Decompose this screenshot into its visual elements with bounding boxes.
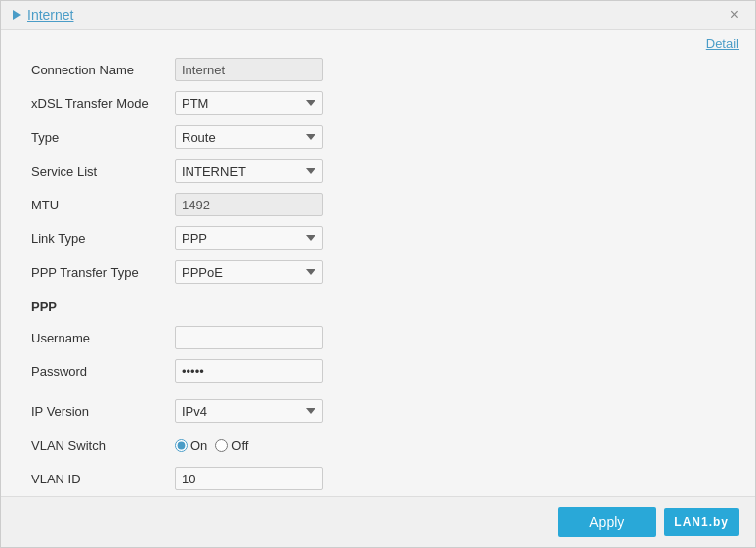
ppp-transfer-type-select[interactable]: PPPoE PPPoA — [175, 260, 323, 284]
xdsl-mode-label: xDSL Transfer Mode — [31, 96, 175, 111]
password-label: Password — [31, 364, 175, 379]
vlan-switch-off-radio[interactable] — [215, 439, 228, 452]
ip-version-select[interactable]: IPv4 IPv6 IPv4/IPv6 — [175, 399, 323, 423]
detail-link-row: Detail — [1, 30, 755, 53]
connection-name-input[interactable] — [175, 58, 323, 81]
ppp-transfer-type-row: PPP Transfer Type PPPoE PPPoA — [31, 259, 725, 285]
vlan-switch-off-label[interactable]: Off — [215, 438, 248, 453]
service-list-label: Service List — [31, 164, 175, 179]
vlan-id-input[interactable] — [175, 467, 323, 490]
password-input[interactable] — [175, 359, 323, 383]
ppp-section-header-row: PPP — [31, 293, 725, 319]
type-label: Type — [31, 130, 175, 145]
link-type-row: Link Type PPP IPoE — [31, 225, 725, 251]
connection-name-label: Connection Name — [31, 63, 175, 77]
xdsl-mode-select[interactable]: PTM ATM — [175, 91, 323, 115]
username-input[interactable] — [175, 326, 323, 349]
mtu-label: MTU — [31, 198, 175, 212]
ppp-section-label: PPP — [31, 299, 175, 314]
vlan-switch-on-radio[interactable] — [175, 439, 188, 452]
vlan-switch-on-text: On — [190, 438, 207, 453]
triangle-icon — [13, 10, 21, 20]
connection-name-row: Connection Name — [31, 57, 725, 82]
form-content: Connection Name xDSL Transfer Mode PTM A… — [1, 53, 755, 496]
apply-button[interactable]: Apply — [558, 507, 656, 537]
username-row: Username — [31, 325, 725, 350]
close-button[interactable]: × — [726, 7, 743, 23]
ip-version-label: IP Version — [31, 404, 175, 419]
title-left: Internet — [13, 7, 73, 23]
footer: Apply LAN1.by — [1, 496, 755, 547]
brand-badge: LAN1.by — [664, 508, 739, 536]
dialog: Internet × Detail Connection Name xDSL T… — [0, 0, 756, 548]
mtu-row: MTU — [31, 192, 725, 217]
vlan-switch-off-text: Off — [231, 438, 248, 453]
vlan-id-label: VLAN ID — [31, 472, 175, 486]
ip-version-row: IP Version IPv4 IPv6 IPv4/IPv6 — [31, 398, 725, 424]
dialog-title: Internet — [27, 7, 73, 23]
link-type-label: Link Type — [31, 231, 175, 246]
title-bar: Internet × — [1, 1, 755, 30]
mtu-input[interactable] — [175, 193, 323, 216]
xdsl-mode-row: xDSL Transfer Mode PTM ATM — [31, 90, 725, 116]
service-list-row: Service List INTERNET — [31, 158, 725, 184]
service-list-select[interactable]: INTERNET — [175, 159, 323, 183]
type-select[interactable]: Route Bridge — [175, 125, 323, 149]
link-type-select[interactable]: PPP IPoE — [175, 226, 323, 250]
type-row: Type Route Bridge — [31, 124, 725, 150]
password-row: Password — [31, 358, 725, 384]
vlan-switch-label: VLAN Switch — [31, 438, 175, 453]
vlan-switch-row: VLAN Switch On Off — [31, 432, 725, 458]
ppp-transfer-type-label: PPP Transfer Type — [31, 265, 175, 280]
detail-link[interactable]: Detail — [706, 36, 739, 51]
vlan-switch-radio-group: On Off — [175, 438, 248, 453]
vlan-switch-on-label[interactable]: On — [175, 438, 207, 453]
vlan-id-row: VLAN ID — [31, 466, 725, 491]
username-label: Username — [31, 331, 175, 345]
